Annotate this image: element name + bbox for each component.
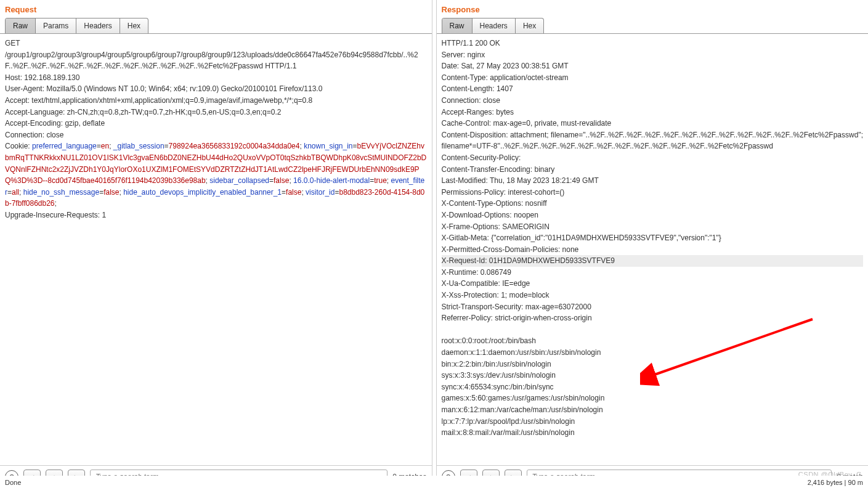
cookie-key: 16.0.0-hide-alert-modal xyxy=(293,176,370,185)
response-header-line: X-Xss-Protection: 1; mode=block xyxy=(442,290,864,301)
response-body-line: games:x:5:60:games:/usr/games:/usr/sbin/… xyxy=(442,392,864,404)
tab-raw[interactable]: Raw xyxy=(6,18,36,33)
request-content[interactable]: GET /group1/group2/group3/group4/group5/… xyxy=(0,34,432,465)
response-header-line: Date: Sat, 27 May 2023 00:38:51 GMT xyxy=(442,60,864,72)
response-header-line: X-Request-Id: 01H1DA9MDHXWEHD5933SVTFVE9 xyxy=(442,255,864,267)
response-header-line: Cache-Control: max-age=0, private, must-… xyxy=(442,118,864,129)
response-header-line: Content-Security-Policy: xyxy=(442,152,864,164)
response-content[interactable]: HTTP/1.1 200 OKServer: nginxDate: Sat, 2… xyxy=(437,34,869,465)
tab-headers[interactable]: Headers xyxy=(76,18,120,33)
tab-hex[interactable]: Hex xyxy=(120,18,148,33)
response-tabs-row: RawHeadersHex xyxy=(437,18,869,34)
status-right: 2,416 bytes | 90 m xyxy=(808,479,863,486)
cookie-key: sidebar_collapsed xyxy=(209,176,269,185)
response-body-line: mail:x:8:8:mail:/var/mail:/usr/sbin/nolo… xyxy=(442,427,864,439)
tab-raw[interactable]: Raw xyxy=(442,18,473,33)
response-header-line: Last-Modified: Thu, 18 May 2023 18:21:49… xyxy=(442,175,864,187)
cookie-key: hide_no_ssh_message xyxy=(23,188,99,197)
response-header-line: Permissions-Policy: interest-cohort=() xyxy=(442,187,864,198)
req-accept-lang: Accept-Language: zh-CN,zh;q=0.8,zh-TW;q=… xyxy=(5,107,427,118)
response-header-line: X-Frame-Options: SAMEORIGIN xyxy=(442,221,864,233)
response-header-line: Content-Length: 1407 xyxy=(442,83,864,95)
tab-params[interactable]: Params xyxy=(36,18,76,33)
cookie-key: visitor_id xyxy=(306,188,335,197)
response-header-line: Accept-Ranges: bytes xyxy=(442,107,864,118)
response-body-line: sys:x:3:3:sys:/dev:/usr/sbin/nologin xyxy=(442,370,864,381)
cookie-key: _gitlab_session xyxy=(113,142,164,150)
req-accept: Accept: text/html,application/xhtml+xml,… xyxy=(5,95,427,107)
status-bar: Done 2,416 bytes | 90 m xyxy=(0,476,868,488)
req-path: /group1/group2/group3/group4/group5/grou… xyxy=(5,49,427,72)
response-header-line: Content-Type: application/octet-stream xyxy=(442,72,864,84)
response-header-line: X-Ua-Compatible: IE=edge xyxy=(442,278,864,290)
cookie-value: true xyxy=(374,176,387,185)
tab-headers[interactable]: Headers xyxy=(473,18,516,33)
response-body-line: root:x:0:0:root:/root:/bin/bash xyxy=(442,335,864,347)
req-ua: User-Agent: Mozilla/5.0 (Windows NT 10.0… xyxy=(5,83,427,95)
response-header-line: Strict-Transport-Security: max-age=63072… xyxy=(442,301,864,313)
response-header-line: HTTP/1.1 200 OK xyxy=(442,38,864,49)
response-header-line: Content-Disposition: attachment; filenam… xyxy=(442,129,864,152)
response-header-line: X-Download-Options: noopen xyxy=(442,209,864,221)
cookie-key: known_sign_in xyxy=(304,142,352,150)
cookie-key: hide_auto_devops_implicitly_enabled_bann… xyxy=(123,188,282,197)
response-body-line: sync:x:4:65534:sync:/bin:/bin/sync xyxy=(442,381,864,393)
response-body-line: man:x:6:12:man:/var/cache/man:/usr/sbin/… xyxy=(442,404,864,416)
cookie-value: false xyxy=(274,176,289,185)
cookie-value: 798924ea3656833192c0004a34dda0e4 xyxy=(169,142,300,150)
cookie-key: preferred_language xyxy=(32,142,97,150)
req-accept-enc: Accept-Encoding: gzip, deflate xyxy=(5,118,427,129)
response-header-line: X-Permitted-Cross-Domain-Policies: none xyxy=(442,244,864,256)
req-method: GET xyxy=(5,38,427,49)
response-header-line: X-Runtime: 0.086749 xyxy=(442,267,864,279)
req-host: Host: 192.168.189.130 xyxy=(5,72,427,84)
panel-divider[interactable] xyxy=(432,0,437,488)
req-cookie: Cookie: preferred_language=en; _gitlab_s… xyxy=(5,140,427,209)
response-header-line: Server: nginx xyxy=(442,49,864,61)
req-upgrade: Upgrade-Insecure-Requests: 1 xyxy=(5,209,427,221)
cookie-value: all xyxy=(12,188,19,197)
request-tabs-row: RawParamsHeadersHex xyxy=(0,18,432,34)
response-header-line: X-Content-Type-Options: nosniff xyxy=(442,198,864,209)
request-panel: Request RawParamsHeadersHex GET /group1/… xyxy=(0,0,432,488)
response-body-line: lp:x:7:7:lp:/var/spool/lpd:/usr/sbin/nol… xyxy=(442,416,864,428)
response-header-line: Connection: close xyxy=(442,95,864,107)
cookie-value: false xyxy=(286,188,301,197)
cookie-value: en xyxy=(101,142,109,150)
req-connection: Connection: close xyxy=(5,129,427,141)
response-body-line: daemon:x:1:1:daemon:/usr/sbin:/usr/sbin/… xyxy=(442,347,864,359)
request-title: Request xyxy=(0,0,432,18)
response-header-line: Referrer-Policy: strict-origin-when-cros… xyxy=(442,312,864,324)
response-panel: Response RawHeadersHex HTTP/1.1 200 OKSe… xyxy=(437,0,869,488)
response-header-line: X-Gitlab-Meta: {"correlation_id":"01H1DA… xyxy=(442,232,864,244)
cookie-value: false xyxy=(103,188,119,197)
status-left: Done xyxy=(5,479,21,486)
response-body-line: bin:x:2:2:bin:/bin:/usr/sbin/nologin xyxy=(442,359,864,370)
response-title: Response xyxy=(437,0,869,18)
tab-hex[interactable]: Hex xyxy=(516,18,543,33)
response-header-line: Content-Transfer-Encoding: binary xyxy=(442,164,864,176)
